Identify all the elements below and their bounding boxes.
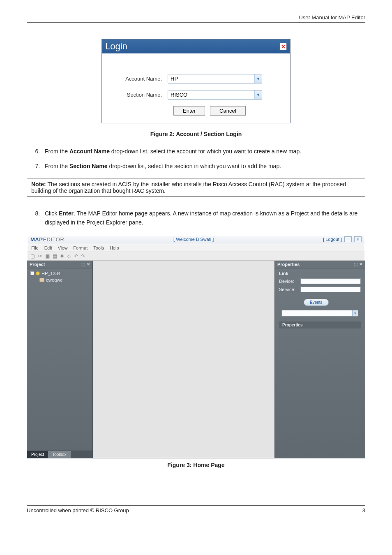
account-name-input[interactable] xyxy=(168,74,254,83)
pin-icon[interactable]: ⬚ xyxy=(354,262,357,266)
tree-root-label: HP_1234 xyxy=(42,271,60,276)
note-text: The sections are created in ACIS by the … xyxy=(31,181,346,194)
canvas-area[interactable] xyxy=(93,261,274,458)
tab-toolbox[interactable]: Toolbox xyxy=(48,451,70,458)
menu-file[interactable]: File xyxy=(31,245,39,250)
pin-icon[interactable]: ⬚ xyxy=(81,262,85,266)
account-name-combo[interactable]: ▾ xyxy=(168,74,262,83)
welcome-text: [ Welcome B Swati ] xyxy=(64,237,323,242)
chevron-down-icon[interactable]: ▾ xyxy=(254,74,262,83)
page-header: User Manual for MAP Editor xyxy=(27,14,365,23)
app-titlebar: MAPEDITOR [ Welcome B Swati ] [ Logout ]… xyxy=(27,235,365,244)
project-panel: Project ⬚✕ − HP_1234 qweqwe Project xyxy=(27,261,93,458)
enter-button[interactable]: Enter xyxy=(173,106,205,116)
close-icon[interactable]: ✕ xyxy=(279,43,287,50)
map-icon xyxy=(39,278,44,282)
menu-help[interactable]: Help xyxy=(110,245,119,250)
chevron-down-icon[interactable]: ▾ xyxy=(352,310,358,316)
app-menubar: File Edit View Format Tools Help xyxy=(27,244,365,252)
device-input[interactable] xyxy=(300,278,361,284)
tab-project[interactable]: Project xyxy=(27,451,48,458)
close-panel-icon[interactable]: ✕ xyxy=(87,262,90,266)
instruction-list: From the Account Name drop-down list, se… xyxy=(27,147,365,171)
note-label: Note: xyxy=(31,181,46,187)
page-footer: Uncontrolled when printed © RISCO Group … xyxy=(27,505,365,513)
cancel-button[interactable]: Cancel xyxy=(210,106,245,116)
minimize-icon[interactable]: – xyxy=(344,236,352,242)
login-title-text: Login xyxy=(105,41,127,52)
service-input[interactable] xyxy=(300,287,361,292)
login-titlebar: Login ✕ xyxy=(102,39,290,53)
events-button[interactable]: Events xyxy=(304,299,329,306)
section-name-label: Section Name: xyxy=(114,92,168,98)
menu-tools[interactable]: Tools xyxy=(93,245,104,250)
tree-root[interactable]: − HP_1234 xyxy=(30,271,89,276)
step-7: From the Section Name drop-down list, se… xyxy=(42,162,365,171)
menu-format[interactable]: Format xyxy=(73,245,88,250)
project-icon xyxy=(36,271,40,275)
menu-edit[interactable]: Edit xyxy=(44,245,52,250)
close-panel-icon[interactable]: ✕ xyxy=(359,262,362,266)
footer-page-number: 3 xyxy=(362,507,365,513)
menu-view[interactable]: View xyxy=(58,245,68,250)
tree-child-label: qweqwe xyxy=(46,278,62,282)
note-box: Note: The sections are created in ACIS b… xyxy=(27,178,365,197)
app-toolbar: ▢ ✂ ▣ ▤ ✖ ◇ ↶ ↷ xyxy=(27,252,365,261)
project-panel-title: Project xyxy=(30,262,45,267)
properties-subheader: Properties xyxy=(279,321,361,328)
logout-link[interactable]: [ Logout ] xyxy=(323,237,342,242)
chevron-down-icon[interactable]: ▾ xyxy=(254,90,262,99)
section-name-input[interactable] xyxy=(168,90,254,99)
figure-2-caption: Figure 2: Account / Section Login xyxy=(27,131,365,137)
app-logo: MAPEDITOR xyxy=(30,236,64,243)
login-dialog: Login ✕ Account Name: ▾ Section Name: ▾ … xyxy=(101,39,291,123)
section-name-combo[interactable]: ▾ xyxy=(168,90,262,99)
account-name-label: Account Name: xyxy=(114,76,168,82)
tree-child[interactable]: qweqwe xyxy=(39,278,89,282)
events-combo[interactable]: ▾ xyxy=(281,310,358,317)
project-tree: − HP_1234 qweqwe xyxy=(27,268,92,451)
properties-panel: Properties ⬚✕ Link Device: Service: Even… xyxy=(274,261,365,458)
instruction-list-2: Click Enter. The MAP Editor home page ap… xyxy=(27,209,365,227)
device-label: Device: xyxy=(279,279,298,284)
properties-panel-title: Properties xyxy=(277,262,300,267)
footer-left: Uncontrolled when printed © RISCO Group xyxy=(27,507,129,513)
close-icon[interactable]: ✕ xyxy=(354,236,362,242)
step-8: Click Enter. The MAP Editor home page ap… xyxy=(42,209,365,227)
expand-icon[interactable]: − xyxy=(30,271,34,275)
mapeditor-window: MAPEDITOR [ Welcome B Swati ] [ Logout ]… xyxy=(27,235,365,458)
figure-3-caption: Figure 3: Home Page xyxy=(27,462,365,468)
service-label: Service: xyxy=(279,287,298,292)
step-6: From the Account Name drop-down list, se… xyxy=(42,147,365,156)
link-label: Link xyxy=(279,271,361,276)
